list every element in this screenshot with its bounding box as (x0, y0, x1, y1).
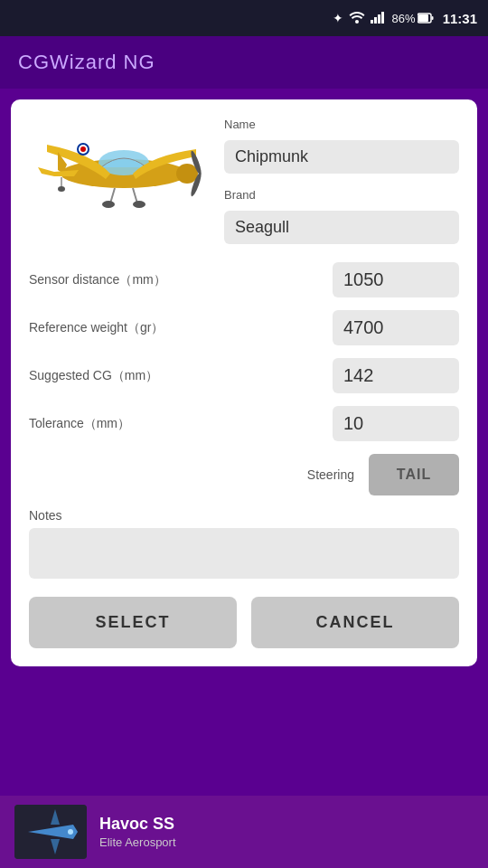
svg-rect-1 (371, 20, 373, 24)
steering-button[interactable]: TAIL (369, 454, 459, 495)
select-button[interactable]: SELECT (29, 597, 237, 648)
name-label: Name (224, 118, 459, 131)
svg-rect-2 (374, 17, 377, 24)
bg-list-thumbnail (14, 805, 87, 859)
brand-input[interactable] (224, 211, 459, 244)
svg-rect-7 (431, 16, 433, 20)
svg-point-23 (68, 829, 73, 835)
svg-point-9 (176, 164, 198, 184)
reference-weight-label: Reference weight（gr） (29, 320, 333, 336)
suggested-cg-label: Suggested CG（mm） (29, 368, 333, 384)
suggested-cg-input[interactable] (333, 358, 459, 393)
cancel-button[interactable]: CANCEL (251, 597, 459, 648)
sensor-distance-label: Sensor distance（mm） (29, 272, 333, 288)
status-bar: ✦ 86% 11:31 (0, 0, 488, 36)
svg-point-18 (102, 201, 115, 208)
notes-section: Notes (29, 508, 459, 582)
bg-list-name: Havoc SS (99, 815, 176, 834)
svg-point-0 (355, 20, 359, 24)
svg-point-19 (133, 201, 145, 208)
name-input[interactable] (224, 140, 459, 174)
bg-list-subtext: Elite Aerosport (99, 835, 176, 849)
svg-rect-4 (381, 12, 384, 24)
background-list-item[interactable]: Havoc SS Elite Aerosport (0, 796, 488, 868)
app-title: CGWizard NG (18, 51, 155, 74)
name-brand-section: Name Brand (224, 118, 459, 244)
svg-point-13 (80, 146, 86, 152)
steering-row: Steering TAIL (29, 454, 459, 495)
time-display: 11:31 (443, 11, 477, 26)
tolerance-row: Tolerance（mm） (29, 406, 459, 441)
tolerance-input[interactable] (333, 406, 459, 441)
tolerance-label: Tolerance（mm） (29, 416, 333, 432)
plane-image (29, 118, 210, 217)
battery-percent: 86% (392, 12, 416, 25)
svg-rect-6 (418, 14, 428, 22)
sensor-distance-input[interactable] (333, 262, 459, 297)
main-content: Name Brand Sensor distance（mm） Reference… (0, 89, 488, 868)
brand-label: Brand (224, 188, 459, 202)
reference-weight-input[interactable] (333, 310, 459, 345)
notes-input[interactable] (29, 528, 459, 579)
reference-weight-row: Reference weight（gr） (29, 310, 459, 345)
bg-list-info: Havoc SS Elite Aerosport (99, 815, 176, 849)
steering-label: Steering (307, 467, 354, 482)
wifi-icon (349, 11, 365, 26)
battery-indicator: 86% (392, 12, 434, 25)
svg-point-21 (58, 186, 65, 192)
button-row: SELECT CANCEL (29, 597, 459, 648)
suggested-cg-row: Suggested CG（mm） (29, 358, 459, 393)
bluetooth-icon: ✦ (333, 11, 343, 25)
notes-label: Notes (29, 508, 459, 523)
app-header: CGWizard NG (0, 36, 488, 89)
sensor-distance-row: Sensor distance（mm） (29, 262, 459, 297)
signal-icon (371, 11, 387, 26)
status-icons: ✦ 86% 11:31 (333, 11, 477, 26)
aircraft-card: Name Brand Sensor distance（mm） Reference… (11, 99, 477, 666)
svg-rect-3 (378, 14, 380, 24)
top-section: Name Brand (29, 118, 459, 244)
